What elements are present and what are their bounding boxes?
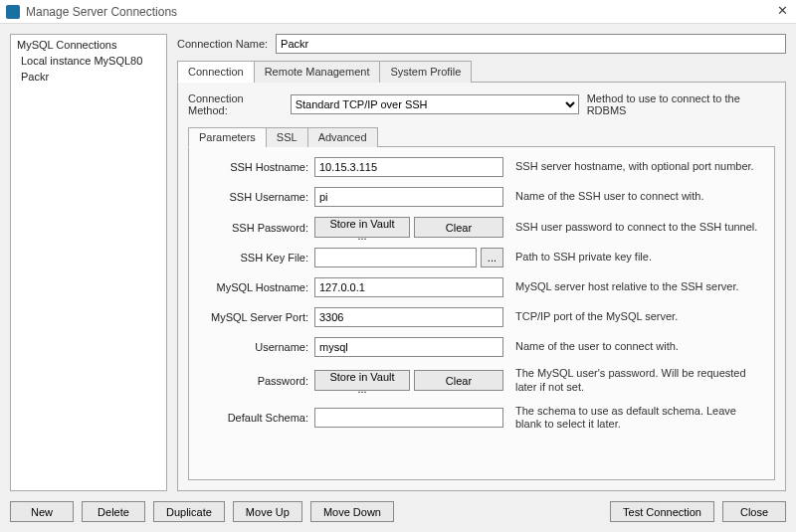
ssh-password-label: SSH Password: [199,222,308,234]
tab-advanced[interactable]: Advanced [307,127,378,147]
connection-method-label: Connection Method: [188,92,283,116]
mysql-port-label: MySQL Server Port: [199,311,308,323]
ssh-username-input[interactable] [314,187,503,207]
list-item[interactable]: Local instance MySQL80 [11,53,166,69]
list-item[interactable]: Packr [11,69,166,85]
ssh-password-store-button[interactable]: Store in Vault ... [314,217,410,238]
tab-connection[interactable]: Connection [177,61,255,83]
connection-method-desc: Method to use to connect to the RDBMS [587,92,775,116]
ssh-username-hint: Name of the SSH user to connect with. [509,190,764,204]
connection-method-select[interactable]: Standard TCP/IP over SSH [291,94,579,114]
moveup-button[interactable]: Move Up [233,501,302,522]
password-store-button[interactable]: Store in Vault ... [314,370,410,391]
mysql-hostname-label: MySQL Hostname: [199,281,308,293]
default-schema-hint: The schema to use as default schema. Lea… [509,405,764,433]
ssh-password-clear-button[interactable]: Clear [414,217,503,238]
mysql-hostname-hint: MySQL server host relative to the SSH se… [509,280,764,294]
ssh-password-hint: SSH user password to connect to the SSH … [509,221,764,235]
window-title: Manage Server Connections [26,5,177,19]
tab-parameters[interactable]: Parameters [188,127,267,147]
ssh-keyfile-input[interactable] [314,248,477,267]
connection-list-header: MySQL Connections [11,37,166,53]
username-input[interactable] [314,337,503,357]
connection-name-label: Connection Name: [177,38,268,50]
new-button[interactable]: New [10,501,74,522]
list-item-label: Local instance MySQL80 [21,55,142,67]
movedown-button[interactable]: Move Down [310,501,394,522]
ssh-hostname-input[interactable] [314,157,503,177]
delete-button[interactable]: Delete [82,501,145,522]
list-item-label: Packr [21,71,49,83]
ssh-keyfile-label: SSH Key File: [199,252,308,264]
test-connection-button[interactable]: Test Connection [610,501,714,522]
ssh-keyfile-browse-button[interactable]: ... [481,248,503,267]
window-titlebar: Manage Server Connections ✕ [0,0,796,24]
close-button[interactable]: Close [722,501,786,522]
tab-remote-management[interactable]: Remote Management [254,61,381,83]
connection-list[interactable]: MySQL Connections Local instance MySQL80… [10,34,167,491]
tab-system-profile[interactable]: System Profile [379,61,472,83]
ssh-hostname-label: SSH Hostname: [199,161,308,173]
password-clear-button[interactable]: Clear [414,370,503,391]
duplicate-button[interactable]: Duplicate [153,501,225,522]
default-schema-input[interactable] [314,408,503,428]
tab-ssl[interactable]: SSL [266,127,308,147]
ssh-hostname-hint: SSH server hostname, with optional port … [509,160,764,174]
password-hint: The MySQL user's password. Will be reque… [509,367,764,395]
mysql-hostname-input[interactable] [314,277,503,297]
ssh-keyfile-hint: Path to SSH private key file. [509,251,764,265]
mysql-port-input[interactable] [314,307,503,327]
close-icon[interactable]: ✕ [777,3,788,18]
username-label: Username: [199,341,308,353]
ssh-username-label: SSH Username: [199,191,308,203]
default-schema-label: Default Schema: [199,412,308,424]
password-label: Password: [199,375,308,387]
connection-name-input[interactable] [276,34,786,54]
app-icon [6,5,20,19]
mysql-port-hint: TCP/IP port of the MySQL server. [509,310,764,324]
username-hint: Name of the user to connect with. [509,340,764,354]
